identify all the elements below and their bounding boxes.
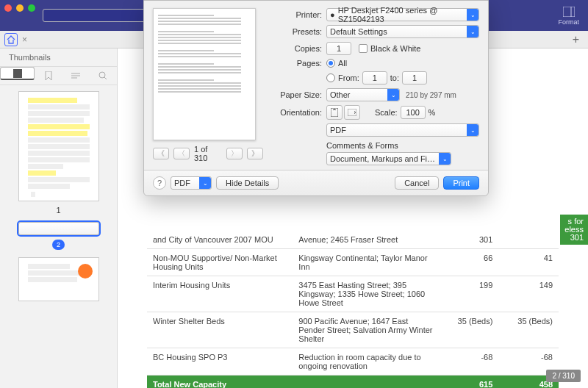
new-tab[interactable]: + <box>568 33 584 46</box>
table-row: BC Housing SPO P3Reduction in room capac… <box>147 348 559 376</box>
pdf-menu-button[interactable]: PDF⌄ <box>171 176 212 190</box>
dialog-footer: ? PDF⌄ Hide Details Cancel Print <box>144 170 488 195</box>
orientation-portrait[interactable] <box>326 105 343 120</box>
thumbnail-label-2: 2 <box>52 240 65 250</box>
scale-input[interactable] <box>401 106 426 119</box>
window-controls <box>4 4 35 12</box>
table-total-row: Total New Capacity615458 <box>147 376 559 389</box>
pages-from-input[interactable] <box>362 71 387 85</box>
bw-label: Black & White <box>370 44 420 53</box>
orientation-landscape[interactable] <box>344 105 360 120</box>
presets-select[interactable]: Default Settings⌄ <box>326 25 479 38</box>
thumbnails-sidebar: Thumbnails 1 <box>0 48 118 388</box>
thumbnail-page-1[interactable] <box>18 91 99 201</box>
orientation-label: Orientation: <box>269 108 322 117</box>
presets-label: Presets: <box>269 27 322 36</box>
table-row: Winter Shelter Beds900 Pacific Avenue; 1… <box>147 312 559 348</box>
svg-rect-4 <box>563 7 575 17</box>
minimize-window[interactable] <box>16 4 24 12</box>
pages-from-radio[interactable] <box>326 73 335 82</box>
search-tab[interactable] <box>90 67 117 85</box>
help-button[interactable]: ? <box>153 176 166 190</box>
app-options-select[interactable]: PDF⌄ <box>326 123 479 137</box>
preview-next[interactable]: 〉 <box>226 148 243 159</box>
paper-label: Paper Size: <box>269 90 322 99</box>
print-options: Printer: ●HP Deskjet F2400 series @ SZ15… <box>263 8 479 165</box>
svg-point-10 <box>99 72 105 78</box>
pages-to-label: to: <box>390 73 399 82</box>
scale-pct: % <box>429 108 436 117</box>
preview-last[interactable]: 》 <box>247 148 263 159</box>
preview-page <box>153 8 256 140</box>
printer-select[interactable]: ●HP Deskjet F2400 series @ SZ15042193⌄ <box>326 8 479 21</box>
thumbnail-list[interactable]: 1 2 <box>0 85 117 388</box>
pages-to-input[interactable] <box>402 71 427 85</box>
hide-details-button[interactable]: Hide Details <box>216 176 279 190</box>
preview-prev[interactable]: 〈 <box>173 148 190 159</box>
pages-from-label: From: <box>338 73 359 82</box>
pages-all-label: All <box>338 59 347 68</box>
preview-pager: 《 〈 1 of 310 〉 》 <box>153 145 263 162</box>
table-row: Interim Housing Units3475 East Hasting S… <box>147 276 559 312</box>
home-tab[interactable] <box>4 33 18 46</box>
paper-size-select[interactable]: Other⌄ <box>326 88 400 101</box>
svg-rect-6 <box>13 69 22 78</box>
format-icon <box>562 6 576 18</box>
table-row: and City of Vancouver 2007 MOUAvenue; 24… <box>147 231 559 249</box>
bw-checkbox[interactable] <box>359 44 368 53</box>
sidebar-title: Thumbnails <box>0 48 117 66</box>
table-row: Non-MOU Supportive/ Non-Market Housing U… <box>147 249 559 276</box>
paper-dim: 210 by 297 mm <box>406 91 456 99</box>
copies-label: Copies: <box>269 44 322 53</box>
annotations-tab[interactable] <box>62 67 90 85</box>
thumbnails-tab[interactable] <box>0 67 35 80</box>
preview-first[interactable]: 《 <box>153 148 169 159</box>
print-dialog: 《 〈 1 of 310 〉 》 Printer: ●HP Deskjet F2… <box>143 0 489 196</box>
printer-label: Printer: <box>269 10 322 19</box>
comments-select[interactable]: Document, Markups and Fi…⌄ <box>326 152 451 165</box>
cancel-button[interactable]: Cancel <box>395 176 439 190</box>
svg-line-11 <box>104 77 107 79</box>
close-tab[interactable]: × <box>18 35 32 45</box>
zoom-window[interactable] <box>28 4 35 12</box>
table-header-peek: s foreless301 <box>560 215 588 245</box>
capacity-table: and City of Vancouver 2007 MOUAvenue; 24… <box>147 231 559 388</box>
close-window[interactable] <box>4 4 12 12</box>
page-indicator: 2 / 310 <box>546 370 581 382</box>
pages-label: Pages: <box>269 59 322 68</box>
bookmarks-tab[interactable] <box>35 67 62 85</box>
print-button[interactable]: Print <box>443 176 479 190</box>
decorative-icon <box>78 264 93 279</box>
print-preview: 《 〈 1 of 310 〉 》 <box>153 8 263 165</box>
scale-label: Scale: <box>375 108 398 117</box>
pages-all-radio[interactable] <box>326 59 335 68</box>
thumbnail-page-2[interactable] <box>18 222 99 235</box>
comments-header: Comments & Forms <box>326 141 479 150</box>
format-button[interactable]: Format <box>554 0 584 31</box>
sidebar-mode-tabs <box>0 66 117 85</box>
thumbnail-page-3[interactable] <box>18 257 99 301</box>
copies-input[interactable] <box>326 42 351 55</box>
